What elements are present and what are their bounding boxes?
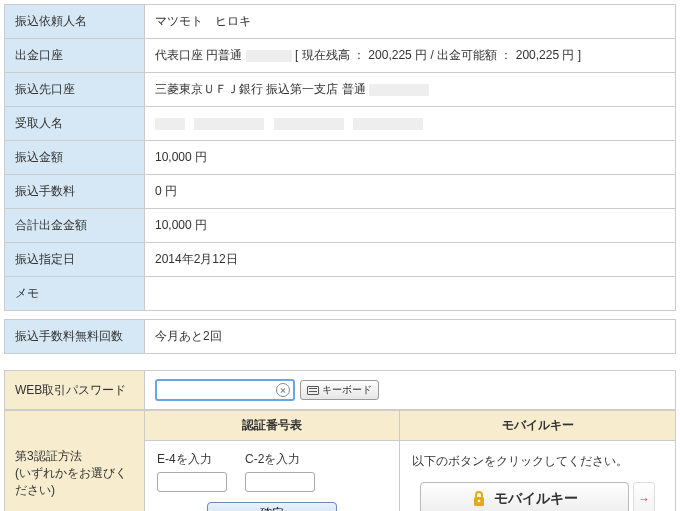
total-value: 10,000 円 bbox=[145, 209, 676, 243]
keyboard-icon bbox=[307, 386, 319, 395]
redacted-block bbox=[155, 118, 185, 130]
memo-value bbox=[145, 277, 676, 311]
memo-label: メモ bbox=[5, 277, 145, 311]
code1-label: E-4を入力 bbox=[157, 451, 227, 468]
auth-side-line1: 第3認証方法 bbox=[15, 448, 134, 465]
dest-account-value: 三菱東京ＵＦＪ銀行 振込第一支店 普通 bbox=[145, 73, 676, 107]
amount-value: 10,000 円 bbox=[145, 141, 676, 175]
date-label: 振込指定日 bbox=[5, 243, 145, 277]
lock-icon bbox=[472, 491, 486, 507]
debit-account-label: 出金口座 bbox=[5, 39, 145, 73]
mobile-key-button[interactable]: モバイルキー bbox=[420, 482, 629, 511]
confirm-button[interactable]: 確定 bbox=[207, 502, 337, 511]
transfer-details-table: 振込依頼人名 マツモト ヒロキ 出金口座 代表口座 円普通 [ 現在残高 ： 2… bbox=[4, 4, 676, 311]
redacted-block bbox=[194, 118, 264, 130]
debit-account-value: 代表口座 円普通 [ 現在残高 ： 200,225 円 / 出金可能額 ： 20… bbox=[145, 39, 676, 73]
mobile-key-header: モバイルキー bbox=[400, 411, 675, 441]
password-table: WEB取引パスワード キーボード bbox=[4, 370, 676, 410]
mobile-key-arrow-button[interactable]: → bbox=[633, 482, 655, 511]
password-label: WEB取引パスワード bbox=[5, 371, 145, 410]
payee-value bbox=[145, 107, 676, 141]
account-prefix: 代表口座 円普通 bbox=[155, 48, 242, 62]
auth-body: 認証番号表 E-4を入力 C-2を入力 bbox=[145, 411, 676, 512]
code1-input[interactable] bbox=[157, 472, 227, 492]
account-balance-text: [ 現在残高 ： 200,225 円 / 出金可能額 ： 200,225 円 ] bbox=[295, 48, 581, 62]
mobile-key-button-label: モバイルキー bbox=[494, 490, 578, 508]
requester-value: マツモト ヒロキ bbox=[145, 5, 676, 39]
auth-table: 第3認証方法 (いずれかをお選びください) 認証番号表 E-4を入力 bbox=[4, 410, 676, 511]
free-count-label: 振込手数料無料回数 bbox=[5, 320, 145, 354]
code2-label: C-2を入力 bbox=[245, 451, 315, 468]
redacted-block bbox=[353, 118, 423, 130]
date-value: 2014年2月12日 bbox=[145, 243, 676, 277]
code2-input[interactable] bbox=[245, 472, 315, 492]
payee-label: 受取人名 bbox=[5, 107, 145, 141]
software-keyboard-button[interactable]: キーボード bbox=[300, 380, 379, 400]
redacted-block bbox=[369, 84, 429, 96]
fee-value: 0 円 bbox=[145, 175, 676, 209]
total-label: 合計出金金額 bbox=[5, 209, 145, 243]
arrow-right-icon: → bbox=[638, 492, 650, 506]
auth-code-header: 認証番号表 bbox=[145, 411, 399, 441]
fee-label: 振込手数料 bbox=[5, 175, 145, 209]
auth-side-line2: (いずれかをお選びください) bbox=[15, 465, 134, 499]
amount-label: 振込金額 bbox=[5, 141, 145, 175]
redacted-block bbox=[274, 118, 344, 130]
web-password-input[interactable] bbox=[155, 379, 295, 401]
svg-point-1 bbox=[477, 500, 480, 503]
mobile-key-note: 以下のボタンをクリックしてください。 bbox=[412, 453, 663, 470]
redacted-block bbox=[246, 50, 292, 62]
password-cell: キーボード bbox=[145, 371, 676, 410]
auth-side-label: 第3認証方法 (いずれかをお選びください) bbox=[5, 411, 145, 512]
free-count-table: 振込手数料無料回数 今月あと2回 bbox=[4, 319, 676, 354]
requester-label: 振込依頼人名 bbox=[5, 5, 145, 39]
free-count-value: 今月あと2回 bbox=[145, 320, 676, 354]
auth-code-column: 認証番号表 E-4を入力 C-2を入力 bbox=[145, 411, 400, 511]
dest-account-text: 三菱東京ＵＦＪ銀行 振込第一支店 普通 bbox=[155, 82, 366, 96]
mobile-key-column: モバイルキー 以下のボタンをクリックしてください。 bbox=[400, 411, 675, 511]
keyboard-button-label: キーボード bbox=[322, 383, 372, 397]
dest-account-label: 振込先口座 bbox=[5, 73, 145, 107]
